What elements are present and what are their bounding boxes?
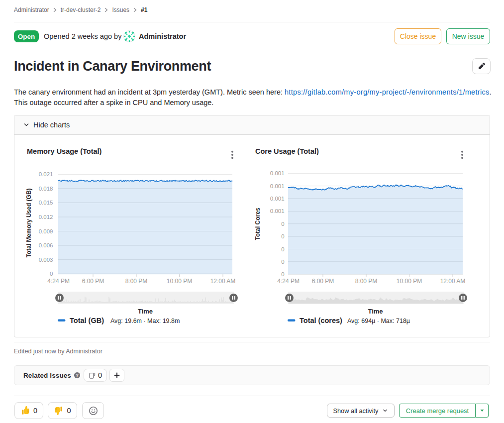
svg-text:0.001: 0.001	[270, 208, 285, 214]
svg-text:0.001: 0.001	[270, 183, 285, 189]
svg-text:Total (GB): Total (GB)	[70, 317, 104, 324]
svg-text:0.012: 0.012	[39, 214, 53, 220]
svg-text:0: 0	[281, 271, 284, 277]
svg-text:10:00 PM: 10:00 PM	[397, 278, 422, 285]
svg-text:Total (cores): Total (cores)	[300, 317, 342, 324]
svg-text:8:00 PM: 8:00 PM	[355, 278, 378, 285]
svg-text:0: 0	[281, 259, 284, 265]
svg-text:0.001: 0.001	[270, 170, 285, 176]
svg-text:0.018: 0.018	[39, 186, 53, 192]
svg-text:8:00 PM: 8:00 PM	[125, 278, 148, 285]
svg-text:10:00 PM: 10:00 PM	[167, 278, 192, 285]
svg-text:4:24 PM: 4:24 PM	[277, 278, 300, 285]
svg-text:0.021: 0.021	[39, 171, 53, 177]
svg-text:Avg: 694µ · Max: 718µ: Avg: 694µ · Max: 718µ	[347, 317, 410, 324]
svg-text:12:00 AM: 12:00 AM	[440, 278, 466, 285]
svg-text:4:24 PM: 4:24 PM	[47, 278, 70, 285]
svg-text:Total Memory Used (GB): Total Memory Used (GB)	[25, 188, 32, 257]
svg-text:0.001: 0.001	[270, 196, 285, 202]
svg-text:0.015: 0.015	[39, 200, 53, 206]
svg-text:0: 0	[281, 221, 284, 227]
svg-text:6:00 PM: 6:00 PM	[82, 278, 104, 285]
svg-text:0.006: 0.006	[39, 242, 53, 248]
svg-text:?: ?	[76, 373, 79, 378]
svg-text:Time: Time	[138, 308, 153, 315]
svg-text:Avg: 19.6m · Max: 19.8m: Avg: 19.6m · Max: 19.8m	[110, 317, 180, 324]
svg-text:6:00 PM: 6:00 PM	[312, 278, 334, 285]
svg-text:Total Cores: Total Cores	[254, 208, 261, 240]
svg-text:Memory Usage (Total): Memory Usage (Total)	[27, 147, 102, 155]
svg-text:0: 0	[281, 233, 284, 239]
svg-text:12:00 AM: 12:00 AM	[210, 278, 236, 285]
svg-text:Core Usage (Total): Core Usage (Total)	[255, 147, 319, 155]
svg-text:0: 0	[50, 271, 53, 277]
svg-text:0.009: 0.009	[39, 228, 53, 234]
svg-text:0.003: 0.003	[39, 257, 53, 263]
svg-text:Time: Time	[368, 308, 383, 315]
svg-text:0: 0	[281, 246, 284, 252]
